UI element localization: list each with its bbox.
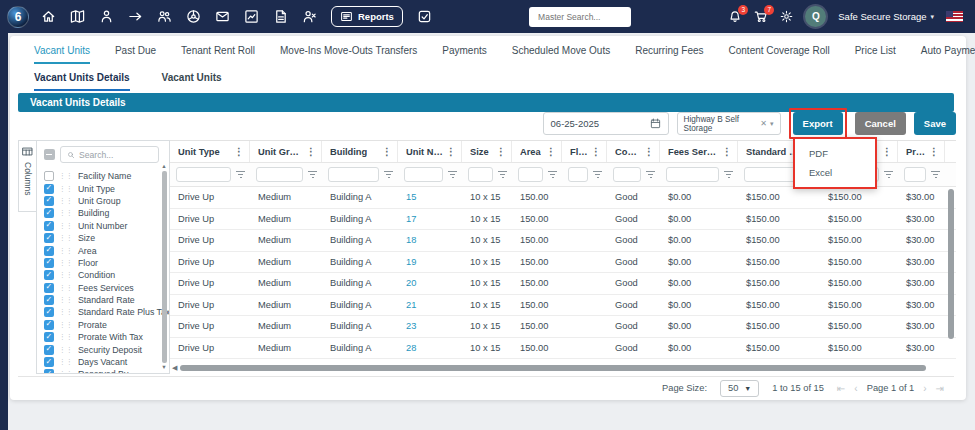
table-row[interactable]: Drive UpMediumBuilding A2110 x 15150.00G…	[170, 295, 956, 317]
column-menu-icon[interactable]: ⋮	[443, 146, 459, 157]
column-list-item[interactable]: ⋮⋮ Reserved By	[44, 368, 169, 374]
drag-handle-icon[interactable]: ⋮⋮	[59, 284, 73, 292]
home-icon[interactable]	[41, 9, 56, 24]
column-list-item[interactable]: ⋮⋮ Standard Rate Plus Tax	[44, 306, 169, 318]
column-header[interactable]: Fees Services⋮	[660, 141, 738, 162]
filter-icon[interactable]	[723, 169, 734, 180]
filter-icon[interactable]	[547, 169, 558, 180]
column-filter-input[interactable]	[256, 167, 303, 182]
column-list-item[interactable]: ⋮⋮ Unit Group	[44, 195, 169, 207]
table-row[interactable]: Drive UpMediumBuilding A1510 x 15150.00G…	[170, 187, 956, 209]
unit-number-link[interactable]: 20	[398, 273, 462, 294]
unit-number-link[interactable]: 21	[398, 295, 462, 316]
column-checkbox[interactable]	[44, 345, 54, 355]
person-remove-icon[interactable]	[302, 9, 317, 24]
reports-nav-button[interactable]: Reports	[331, 6, 403, 27]
drag-handle-icon[interactable]: ⋮⋮	[59, 296, 73, 304]
column-list-item[interactable]: ⋮⋮ Facility Name	[44, 170, 169, 182]
table-row[interactable]: Drive UpMediumBuilding A2310 x 15150.00G…	[170, 316, 956, 338]
report-tab[interactable]: Price List	[855, 38, 896, 64]
person-icon[interactable]	[99, 9, 114, 24]
last-page-icon[interactable]: ⇥	[936, 383, 944, 394]
column-header[interactable]: Floor⋮	[562, 141, 607, 162]
column-list-item[interactable]: ⋮⋮ Unit Type	[44, 182, 169, 194]
column-checkbox[interactable]	[44, 258, 54, 268]
drag-handle-icon[interactable]: ⋮⋮	[59, 209, 73, 217]
scroll-down-icon[interactable]: ▼	[161, 364, 166, 371]
grid-horizontal-scrollbar[interactable]: ◀	[172, 364, 944, 372]
column-menu-icon[interactable]: ⋮	[641, 146, 657, 157]
column-header[interactable]: Unit Group⋮	[250, 141, 322, 162]
column-checkbox[interactable]	[44, 320, 54, 330]
column-header[interactable]: Size⋮	[462, 141, 512, 162]
column-filter-input[interactable]	[404, 167, 443, 182]
column-filter-input[interactable]	[518, 167, 543, 182]
columns-scrollbar[interactable]: ▲ ▼	[160, 163, 168, 371]
chevron-down-icon[interactable]: ▾	[770, 120, 774, 128]
column-checkbox[interactable]	[44, 295, 54, 305]
column-checkbox[interactable]	[44, 196, 54, 206]
column-list-item[interactable]: ⋮⋮ Condition	[44, 269, 169, 281]
filter-icon[interactable]	[307, 169, 318, 180]
column-menu-icon[interactable]: ⋮	[493, 146, 509, 157]
filter-icon[interactable]	[592, 169, 603, 180]
drag-handle-icon[interactable]: ⋮⋮	[59, 197, 73, 205]
columns-search[interactable]: Search...	[60, 146, 159, 163]
table-row[interactable]: Drive UpMediumBuilding A2810 x 15150.00G…	[170, 338, 956, 360]
filter-icon[interactable]	[383, 169, 394, 180]
page-size-select[interactable]: 50 ▼	[720, 380, 759, 397]
notifications-button[interactable]: 3	[728, 10, 742, 24]
drag-handle-icon[interactable]: ⋮⋮	[59, 370, 73, 374]
grid-vertical-scrollbar[interactable]	[948, 189, 955, 363]
column-header[interactable]: Building⋮	[322, 141, 398, 162]
column-list-item[interactable]: ⋮⋮ Floor	[44, 257, 169, 269]
table-row[interactable]: Drive UpMediumBuilding A1910 x 15150.00G…	[170, 252, 956, 274]
column-checkbox[interactable]	[44, 246, 54, 256]
first-page-icon[interactable]: ⇤	[837, 383, 845, 394]
scroll-left-icon[interactable]: ◀	[172, 364, 177, 372]
column-header[interactable]: Area⋮	[512, 141, 562, 162]
column-checkbox[interactable]	[44, 171, 54, 181]
column-list-item[interactable]: ⋮⋮ Area	[44, 244, 169, 256]
map-icon[interactable]	[70, 9, 85, 24]
table-row[interactable]: Drive UpMediumBuilding A1810 x 15150.00G…	[170, 230, 956, 252]
column-menu-icon[interactable]: ⋮	[926, 146, 942, 157]
report-tab[interactable]: Payments	[442, 38, 486, 64]
column-menu-icon[interactable]: ⋮	[303, 146, 319, 157]
report-tab[interactable]: Past Due	[115, 38, 156, 64]
date-picker[interactable]: 06-25-2025	[543, 112, 669, 135]
column-checkbox[interactable]	[44, 307, 54, 317]
tasks-icon[interactable]	[417, 9, 432, 24]
hub-icon[interactable]	[186, 9, 201, 24]
column-menu-icon[interactable]: ⋮	[543, 146, 559, 157]
column-list-item[interactable]: ⋮⋮ Prorate	[44, 319, 169, 331]
report-tab[interactable]: Scheduled Move Outs	[512, 38, 610, 64]
filter-icon[interactable]	[883, 169, 894, 180]
app-logo[interactable]: 6	[7, 6, 29, 28]
report-tab[interactable]: Tenant Rent Roll	[181, 38, 255, 64]
cart-button[interactable]: 7	[754, 10, 768, 24]
facility-select[interactable]: Highway B Self Storage ✕ ▾	[677, 112, 781, 135]
drag-handle-icon[interactable]: ⋮⋮	[59, 358, 73, 366]
filter-icon[interactable]	[645, 169, 656, 180]
column-filter-input[interactable]	[176, 167, 231, 182]
column-list-item[interactable]: ⋮⋮ Prorate With Tax	[44, 331, 169, 343]
drag-handle-icon[interactable]: ⋮⋮	[59, 247, 73, 255]
column-checkbox[interactable]	[44, 283, 54, 293]
people-icon[interactable]	[157, 9, 172, 24]
column-header[interactable]: Unit Type⋮	[170, 141, 250, 162]
column-list-item[interactable]: ⋮⋮ Building	[44, 207, 169, 219]
drag-handle-icon[interactable]: ⋮⋮	[59, 346, 73, 354]
filter-icon[interactable]	[235, 169, 246, 180]
unit-number-link[interactable]: 18	[398, 230, 462, 251]
drag-handle-icon[interactable]: ⋮⋮	[59, 308, 73, 316]
column-filter-input[interactable]	[468, 167, 493, 182]
table-row[interactable]: Drive UpMediumBuilding A2010 x 15150.00G…	[170, 273, 956, 295]
unit-number-link[interactable]: 17	[398, 209, 462, 230]
column-menu-icon[interactable]: ⋮	[231, 146, 247, 157]
scroll-thumb[interactable]	[180, 365, 926, 371]
column-menu-icon[interactable]: ⋮	[719, 146, 735, 157]
avatar[interactable]: Q	[805, 6, 826, 27]
column-list-item[interactable]: ⋮⋮ Size	[44, 232, 169, 244]
column-filter-input[interactable]	[904, 167, 926, 182]
